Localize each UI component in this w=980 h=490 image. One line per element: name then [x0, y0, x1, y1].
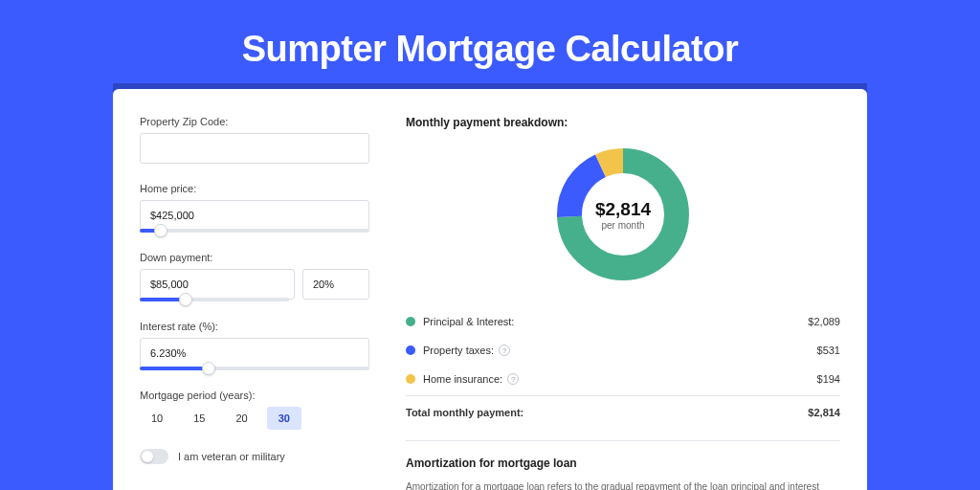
legend-dot-insurance [406, 374, 415, 384]
donut-total-amount: $2,814 [595, 199, 651, 220]
interest-rate-field: Interest rate (%): [140, 321, 369, 370]
info-icon[interactable]: ? [499, 345, 510, 356]
calculator-card: Property Zip Code: Home price: Down paym… [113, 89, 867, 490]
breakdown-label-taxes: Property taxes: ? [423, 345, 817, 356]
amortization-title: Amortization for mortgage loan [406, 457, 840, 470]
interest-rate-slider[interactable] [140, 367, 369, 370]
veteran-label: I am veteran or military [178, 451, 285, 462]
zip-input[interactable] [140, 133, 369, 164]
veteran-toggle[interactable] [140, 449, 168, 464]
zip-field: Property Zip Code: [140, 116, 369, 164]
mortgage-period-label: Mortgage period (years): [140, 390, 369, 401]
amortization-text: Amortization for a mortgage loan refers … [406, 479, 840, 490]
interest-rate-slider-thumb[interactable] [202, 362, 215, 375]
home-price-field: Home price: [140, 183, 369, 233]
home-price-label: Home price: [140, 183, 369, 194]
amortization-section: Amortization for mortgage loan Amortizat… [406, 440, 840, 490]
period-option-15[interactable]: 15 [182, 407, 216, 430]
home-price-slider-thumb[interactable] [154, 224, 167, 237]
input-form-column: Property Zip Code: Home price: Down paym… [140, 116, 369, 490]
breakdown-total-label: Total monthly payment: [406, 407, 808, 418]
breakdown-label-principal: Principal & Interest: [423, 316, 808, 327]
breakdown-title: Monthly payment breakdown: [406, 116, 840, 129]
down-payment-field: Down payment: [140, 252, 369, 301]
breakdown-row-insurance: Home insurance: ? $194 [406, 365, 840, 393]
mortgage-period-options: 10 15 20 30 [140, 407, 369, 430]
breakdown-value-taxes: $531 [817, 345, 840, 356]
breakdown-row-principal: Principal & Interest: $2,089 [406, 307, 840, 336]
home-price-slider[interactable] [140, 229, 369, 233]
breakdown-value-principal: $2,089 [808, 316, 840, 327]
donut-chart-wrap: $2,814 per month [406, 143, 840, 286]
down-payment-slider[interactable] [140, 298, 289, 301]
breakdown-row-taxes: Property taxes: ? $531 [406, 336, 840, 365]
results-column: Monthly payment breakdown: $2,814 per mo… [406, 116, 840, 490]
down-payment-slider-thumb[interactable] [179, 293, 192, 306]
donut-center: $2,814 per month [551, 143, 695, 286]
down-payment-percent-input[interactable] [302, 269, 369, 300]
interest-rate-input[interactable] [140, 338, 369, 368]
period-option-10[interactable]: 10 [140, 407, 174, 430]
period-option-20[interactable]: 20 [225, 407, 259, 430]
breakdown-total-value: $2,814 [808, 407, 840, 418]
home-price-input[interactable] [140, 200, 369, 231]
down-payment-label: Down payment: [140, 252, 369, 263]
donut-total-sub: per month [601, 220, 644, 231]
zip-label: Property Zip Code: [140, 116, 369, 127]
period-option-30[interactable]: 30 [267, 407, 301, 430]
legend-dot-taxes [406, 345, 415, 355]
legend-dot-principal [406, 317, 415, 326]
breakdown-row-total: Total monthly payment: $2,814 [406, 395, 840, 427]
breakdown-label-insurance: Home insurance: ? [423, 373, 817, 385]
interest-rate-label: Interest rate (%): [140, 321, 369, 332]
down-payment-amount-input[interactable] [140, 269, 295, 300]
mortgage-period-field: Mortgage period (years): 10 15 20 30 [140, 390, 369, 430]
donut-chart: $2,814 per month [551, 143, 695, 286]
veteran-row: I am veteran or military [140, 449, 369, 464]
info-icon[interactable]: ? [507, 373, 519, 385]
breakdown-value-insurance: $194 [817, 373, 840, 385]
page-title: Sumpter Mortgage Calculator [0, 0, 980, 89]
